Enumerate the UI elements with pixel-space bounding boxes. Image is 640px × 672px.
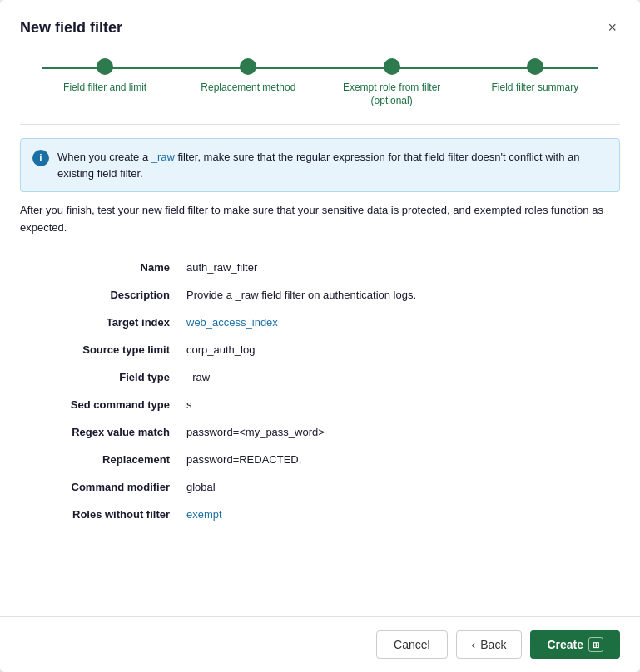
value-field-type: _raw (186, 371, 620, 383)
label-source-type-limit: Source type limit (20, 343, 186, 356)
row-source-type-limit: Source type limit corp_auth_log (20, 336, 620, 363)
label-roles-without-filter: Roles without filter (20, 508, 186, 521)
stepper-container: Field filter and limit Replacement metho… (0, 52, 640, 124)
step-2-label: Replacement method (201, 82, 295, 95)
close-button[interactable]: × (604, 17, 620, 38)
value-description: Provide a _raw field filter on authentic… (186, 289, 620, 301)
row-sed-command-type: Sed command type s (20, 391, 620, 418)
row-roles-without-filter: Roles without filter exempt (20, 501, 620, 528)
back-label: Back (480, 638, 506, 651)
modal-title: New field filter (20, 19, 122, 37)
step-4: Field filter summary (464, 58, 607, 107)
description-paragraph: After you finish, test your new field fi… (20, 202, 620, 237)
value-source-type-limit: corp_auth_log (186, 343, 620, 356)
create-button[interactable]: Create ⊞ (530, 630, 620, 659)
modal-footer: Cancel ‹ Back Create ⊞ (0, 616, 640, 672)
stepper: Field filter and limit Replacement metho… (33, 58, 607, 107)
label-replacement: Replacement (20, 453, 186, 466)
back-chevron-icon: ‹ (472, 638, 476, 651)
label-command-modifier: Command modifier (20, 481, 186, 493)
label-regex-value-match: Regex value match (20, 426, 186, 438)
info-box: i When you create a _raw filter, make su… (20, 138, 620, 192)
back-button[interactable]: ‹ Back (456, 630, 523, 659)
label-sed-command-type: Sed command type (20, 398, 186, 411)
label-description: Description (20, 289, 186, 301)
row-replacement: Replacement password=REDACTED, (20, 446, 620, 473)
value-sed-command-type: s (186, 398, 620, 411)
step-3: Exempt role from filter(optional) (320, 58, 464, 107)
value-replacement: password=REDACTED, (186, 453, 620, 466)
step-3-dot (384, 58, 400, 75)
row-target-index: Target index web_access_index (20, 309, 620, 336)
create-label: Create (547, 638, 583, 651)
row-field-type: Field type _raw (20, 363, 620, 391)
value-command-modifier: global (186, 481, 620, 493)
value-regex-value-match: password=<my_pass_word> (186, 426, 620, 438)
value-target-index: web_access_index (186, 316, 620, 329)
info-text: When you create a _raw filter, make sure… (57, 149, 608, 181)
raw-link: _raw (151, 151, 175, 163)
row-name: Name auth_raw_filter (20, 254, 620, 281)
label-target-index: Target index (20, 316, 186, 329)
step-3-label: Exempt role from filter(optional) (343, 82, 440, 107)
row-command-modifier: Command modifier global (20, 473, 620, 501)
row-regex-value-match: Regex value match password=<my_pass_word… (20, 418, 620, 446)
step-2: Replacement method (176, 58, 320, 107)
step-4-label: Field filter summary (492, 82, 579, 95)
value-roles-without-filter: exempt (186, 508, 620, 521)
label-name: Name (20, 261, 186, 274)
row-description: Description Provide a _raw field filter … (20, 281, 620, 309)
new-field-filter-modal: New field filter × Field filter and limi… (0, 0, 640, 672)
stepper-steps: Field filter and limit Replacement metho… (33, 58, 607, 107)
step-1-dot (97, 58, 113, 75)
modal-header: New field filter × (0, 0, 640, 52)
step-1-label: Field filter and limit (63, 82, 146, 95)
value-name: auth_raw_filter (186, 261, 620, 274)
step-2-dot (240, 58, 256, 75)
create-icon: ⊞ (588, 637, 603, 652)
summary-table: Name auth_raw_filter Description Provide… (20, 254, 620, 528)
label-field-type: Field type (20, 371, 186, 383)
cancel-button[interactable]: Cancel (376, 630, 448, 659)
step-4-dot (527, 58, 543, 75)
info-icon: i (32, 150, 49, 166)
step-1: Field filter and limit (33, 58, 176, 107)
header-divider (20, 124, 620, 125)
